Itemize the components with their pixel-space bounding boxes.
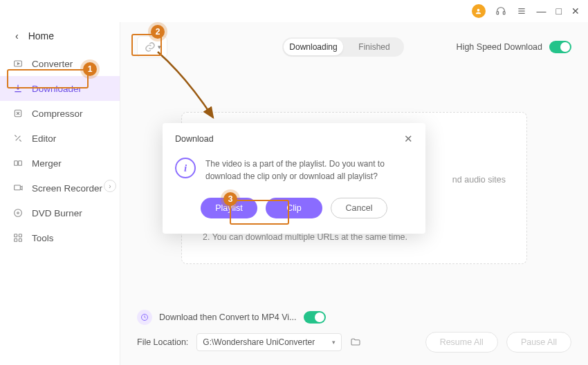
clip-button[interactable]: Clip	[266, 198, 322, 218]
headset-icon[interactable]	[495, 6, 506, 17]
convert-label: Download then Convert to MP4 Vi...	[159, 312, 297, 322]
close-icon[interactable]: ✕	[404, 133, 413, 145]
sidebar-item-label: Merger	[32, 158, 62, 169]
tab-finished[interactable]: Finished	[344, 37, 404, 57]
home-label: Home	[28, 30, 54, 41]
back-icon[interactable]: ‹	[15, 30, 19, 41]
sidebar-item-label: Converter	[32, 59, 73, 69]
sidebar-item-editor[interactable]: Editor	[0, 126, 120, 151]
svg-rect-9	[19, 161, 22, 166]
sidebar-item-downloader[interactable]: Downloader	[0, 76, 120, 101]
file-location-select[interactable]: G:\Wondershare UniConverter ▾	[196, 333, 342, 351]
high-speed-label: High Speed Download	[457, 42, 542, 52]
chevron-down-icon: ▾	[158, 44, 161, 50]
tab-downloading[interactable]: Downloading	[284, 39, 343, 55]
sidebar-item-screen-recorder[interactable]: Screen Recorder	[0, 176, 120, 200]
compressor-icon	[12, 108, 24, 119]
window-titlebar: — □ ✕	[0, 0, 588, 22]
tools-icon	[12, 232, 24, 243]
svg-rect-16	[19, 238, 21, 241]
sidebar-item-label: Compressor	[32, 109, 83, 119]
window-maximize[interactable]: □	[556, 6, 562, 17]
bottom-bar: Download then Convert to MP4 Vi... File …	[120, 303, 588, 365]
svg-marker-6	[17, 63, 19, 65]
annotation-callout-1: 1	[83, 62, 97, 76]
converter-icon	[12, 58, 24, 69]
pause-all-button[interactable]: Pause All	[506, 332, 571, 353]
sidebar-item-merger[interactable]: Merger	[0, 151, 120, 176]
screen-recorder-icon	[12, 182, 24, 194]
tab-segmented: Downloading Finished	[282, 37, 404, 57]
sidebar: ‹ Home Converter Downloader Compressor E…	[0, 22, 120, 365]
chevron-down-icon: ▾	[332, 339, 336, 346]
annotation-callout-3: 3	[223, 192, 237, 206]
open-folder-icon[interactable]	[350, 337, 361, 348]
dvd-burner-icon	[12, 207, 24, 218]
dialog-message: The video is a part of the playlist. Do …	[205, 158, 413, 182]
sidebar-item-tools[interactable]: Tools	[0, 225, 120, 250]
sidebar-item-label: DVD Burner	[32, 208, 82, 218]
svg-point-12	[17, 212, 19, 214]
convert-toggle[interactable]	[304, 311, 326, 324]
high-speed-toggle[interactable]	[549, 41, 571, 53]
file-location-label: File Location:	[137, 337, 188, 347]
downloader-icon	[12, 83, 24, 94]
sidebar-item-label: Screen Recorder	[32, 183, 102, 194]
editor-icon	[12, 133, 24, 144]
home-row[interactable]: ‹ Home	[0, 25, 120, 51]
link-icon	[144, 41, 156, 53]
menu-icon[interactable]	[516, 6, 527, 17]
user-avatar-icon[interactable]	[472, 4, 486, 18]
svg-point-11	[15, 209, 22, 217]
window-close[interactable]: ✕	[571, 6, 580, 17]
sidebar-expand-icon[interactable]: ›	[104, 180, 116, 192]
svg-rect-14	[19, 234, 21, 237]
svg-rect-13	[15, 234, 17, 237]
merger-icon	[12, 158, 24, 169]
download-dialog: Download ✕ i The video is a part of the …	[163, 123, 425, 234]
svg-rect-15	[15, 238, 17, 241]
sidebar-item-label: Editor	[32, 133, 56, 144]
sidebar-item-label: Downloader	[32, 84, 82, 94]
cancel-button[interactable]: Cancel	[331, 198, 387, 218]
svg-rect-8	[15, 161, 18, 166]
clock-icon	[137, 310, 152, 325]
window-minimize[interactable]: —	[537, 6, 546, 17]
paste-url-button[interactable]: ▾	[137, 36, 167, 58]
dialog-title: Download	[175, 134, 214, 144]
svg-rect-0	[497, 12, 499, 15]
sidebar-item-label: Tools	[32, 233, 54, 243]
topbar: ▾ Downloading Finished High Speed Downlo…	[120, 22, 588, 64]
svg-rect-1	[503, 12, 505, 15]
sidebar-item-converter[interactable]: Converter	[0, 51, 120, 76]
svg-rect-10	[15, 185, 21, 190]
sidebar-item-dvd-burner[interactable]: DVD Burner	[0, 200, 120, 225]
sidebar-item-compressor[interactable]: Compressor	[0, 101, 120, 126]
resume-all-button[interactable]: Resume All	[425, 332, 498, 353]
info-icon: i	[175, 158, 196, 178]
annotation-callout-2: 2	[151, 25, 165, 39]
file-location-value: G:\Wondershare UniConverter	[203, 337, 315, 347]
